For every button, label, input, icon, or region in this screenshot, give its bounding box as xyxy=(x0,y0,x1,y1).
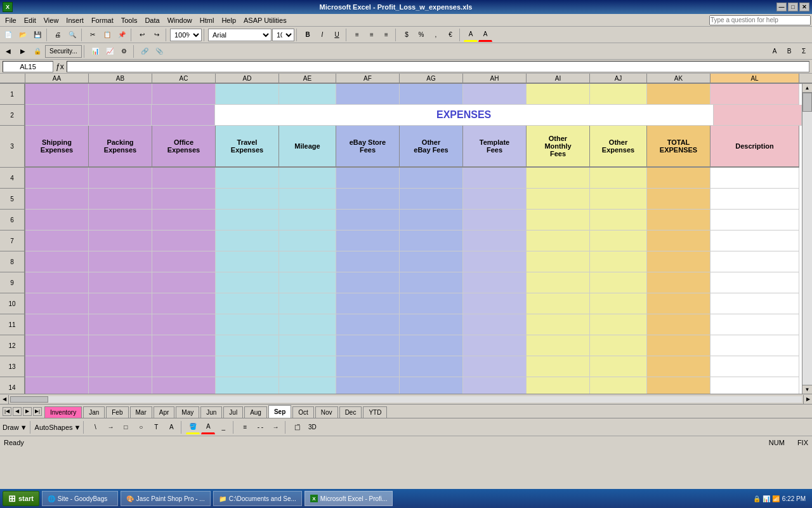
currency-btn[interactable]: $ xyxy=(400,28,414,42)
fontsize-select[interactable]: 10 xyxy=(272,29,294,41)
cell-ah12[interactable] xyxy=(463,335,527,356)
cell-aa4[interactable] xyxy=(25,168,89,189)
header-description[interactable]: Description xyxy=(710,126,799,168)
cell-ad8[interactable] xyxy=(216,251,279,272)
dash-style-tool[interactable]: - - xyxy=(253,420,267,434)
header-packing[interactable]: PackingExpenses xyxy=(89,126,152,168)
fill-color-tool[interactable]: 🪣 xyxy=(186,420,200,434)
cell-ac4[interactable] xyxy=(152,168,216,189)
cell-ak8[interactable] xyxy=(647,251,710,272)
h-scrollbar[interactable]: ◀ ▶ xyxy=(0,394,812,404)
save-btn[interactable]: 💾 xyxy=(30,28,44,42)
bold-btn[interactable]: B xyxy=(301,28,315,42)
cell-af5[interactable] xyxy=(336,189,400,210)
h-scroll-right[interactable]: ▶ xyxy=(803,395,812,404)
formula-input[interactable] xyxy=(67,61,809,72)
menu-insert[interactable]: Insert xyxy=(62,16,88,25)
cell-al14[interactable] xyxy=(710,377,799,394)
redo-btn[interactable]: ↪ xyxy=(150,28,164,42)
cell-aj14[interactable] xyxy=(590,377,647,394)
cell-ac9[interactable] xyxy=(152,272,216,293)
tab-first-btn[interactable]: |◀ xyxy=(3,407,11,416)
cell-af11[interactable] xyxy=(336,314,400,335)
oval-tool[interactable]: ○ xyxy=(134,420,148,434)
cell-aa7[interactable] xyxy=(25,231,89,251)
header-template[interactable]: TemplateFees xyxy=(463,126,527,168)
cell-ak11[interactable] xyxy=(647,314,710,335)
cell-ac13[interactable] xyxy=(152,356,216,377)
cell-aa10[interactable] xyxy=(25,293,89,314)
cell-ai13[interactable] xyxy=(527,356,590,377)
cell-ae4[interactable] xyxy=(279,168,336,189)
cell-aj13[interactable] xyxy=(590,356,647,377)
col-header-al[interactable]: AL xyxy=(710,74,799,83)
v-scroll-track[interactable] xyxy=(802,93,812,385)
sheet-tab-jun[interactable]: Jun xyxy=(200,406,222,418)
cell-ah6[interactable] xyxy=(463,210,527,231)
cell-ae7[interactable] xyxy=(279,231,336,251)
cell-ag8[interactable] xyxy=(400,251,463,272)
menu-window[interactable]: Window xyxy=(164,16,196,25)
sheet-tab-sep[interactable]: Sep xyxy=(268,405,291,418)
cell-ah4[interactable] xyxy=(463,168,527,189)
cell-ag1[interactable] xyxy=(400,84,463,105)
arrow-tool[interactable]: → xyxy=(103,420,117,434)
cell-ai5[interactable] xyxy=(527,189,590,210)
cell-aj11[interactable] xyxy=(590,314,647,335)
cell-aj4[interactable] xyxy=(590,168,647,189)
col-header-ah[interactable]: AH xyxy=(463,74,527,83)
cell-ai14[interactable] xyxy=(527,377,590,394)
cell-al2[interactable] xyxy=(714,105,802,126)
cell-ai6[interactable] xyxy=(527,210,590,231)
cell-ac7[interactable] xyxy=(152,231,216,251)
cell-aa6[interactable] xyxy=(25,210,89,231)
cell-ai7[interactable] xyxy=(527,231,590,251)
font-color-tool[interactable]: A xyxy=(201,420,215,434)
cell-ai8[interactable] xyxy=(527,251,590,272)
cell-aa2[interactable] xyxy=(25,105,89,126)
cell-ac12[interactable] xyxy=(152,335,216,356)
autoshapes-menu[interactable]: AutoShapes ▼ xyxy=(35,424,81,431)
cell-ai10[interactable] xyxy=(527,293,590,314)
header-other-expenses[interactable]: OtherExpenses xyxy=(590,126,647,168)
sheet-tab-jan[interactable]: Jan xyxy=(83,406,105,418)
cell-ac14[interactable] xyxy=(152,377,216,394)
cell-ae8[interactable] xyxy=(279,251,336,272)
cell-aj8[interactable] xyxy=(590,251,647,272)
copy-btn[interactable]: 📋 xyxy=(100,28,114,42)
menu-tools[interactable]: Tools xyxy=(117,16,141,25)
cell-ab6[interactable] xyxy=(89,210,152,231)
tab-last-btn[interactable]: ▶| xyxy=(33,407,42,416)
cell-af6[interactable] xyxy=(336,210,400,231)
cut-btn[interactable]: ✂ xyxy=(86,28,100,42)
cell-al13[interactable] xyxy=(710,356,799,377)
close-btn[interactable]: ✕ xyxy=(799,3,809,11)
cell-aa12[interactable] xyxy=(25,335,89,356)
cell-al4[interactable] xyxy=(710,168,799,189)
cell-ab11[interactable] xyxy=(89,314,152,335)
align-center-btn[interactable]: ≡ xyxy=(365,28,379,42)
align-left-btn[interactable]: ≡ xyxy=(350,28,364,42)
cell-ah9[interactable] xyxy=(463,272,527,293)
cell-ad1[interactable] xyxy=(216,84,279,105)
cell-ak7[interactable] xyxy=(647,231,710,251)
h-scroll-track[interactable] xyxy=(10,396,802,403)
cell-ab9[interactable] xyxy=(89,272,152,293)
percent-btn[interactable]: % xyxy=(414,28,428,42)
cell-ac1[interactable] xyxy=(152,84,216,105)
security-btn[interactable]: Security... xyxy=(45,45,82,58)
header-other-monthly[interactable]: OtherMonthlyFees xyxy=(527,126,590,168)
header-total[interactable]: TOTALEXPENSES xyxy=(647,126,710,168)
header-office[interactable]: OfficeExpenses xyxy=(152,126,216,168)
preview-btn[interactable]: 🔍 xyxy=(65,28,79,42)
sheet-tab-ytd[interactable]: YTD xyxy=(363,406,387,418)
col-header-ag[interactable]: AG xyxy=(400,74,463,83)
cell-al1[interactable] xyxy=(710,84,799,105)
cell-ad9[interactable] xyxy=(216,272,279,293)
cell-ai1[interactable] xyxy=(527,84,590,105)
cell-ai11[interactable] xyxy=(527,314,590,335)
cell-ak10[interactable] xyxy=(647,293,710,314)
maximize-btn[interactable]: □ xyxy=(788,3,798,11)
cell-ak9[interactable] xyxy=(647,272,710,293)
col-header-ai[interactable]: AI xyxy=(527,74,590,83)
